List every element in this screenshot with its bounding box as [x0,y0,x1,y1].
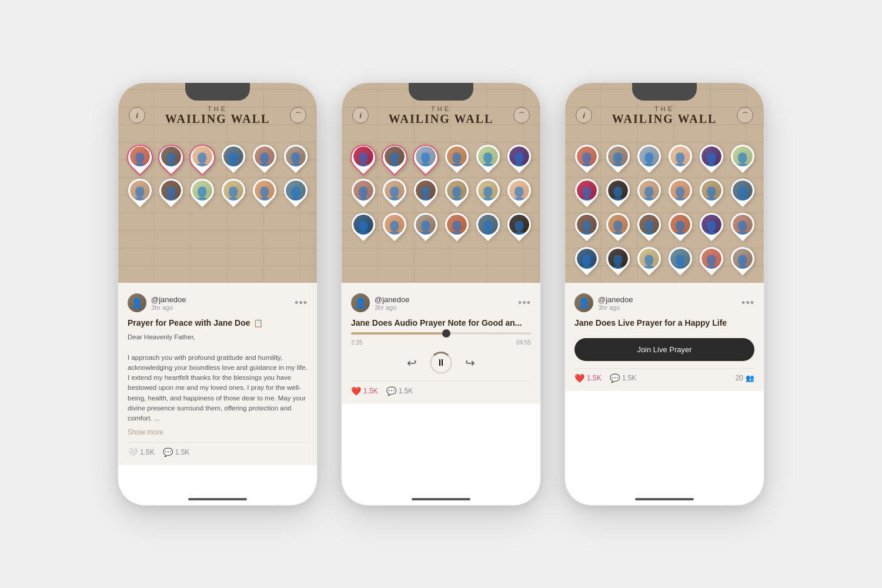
post-actions: 🤍 1.5K 💬 1.5K [128,447,308,457]
pin-avatar[interactable] [506,213,532,243]
divider [351,381,531,382]
pin-avatar[interactable] [220,179,246,209]
username[interactable]: @janedoe [151,295,186,304]
pin-avatar[interactable] [220,145,246,175]
more-options-button[interactable]: ••• [741,297,754,309]
username[interactable]: @janedoe [375,295,409,304]
pin-avatar[interactable] [475,213,501,243]
comment-button[interactable]: 💬 1.5K [163,447,190,457]
pin-avatar[interactable] [667,145,693,175]
pin-avatar[interactable] [605,179,631,209]
info-icon[interactable]: i [576,107,592,123]
pin-avatar[interactable] [636,145,662,175]
pin-avatar[interactable] [574,179,600,209]
pin-avatar[interactable] [252,179,278,209]
arch-icon[interactable]: ⌒ [290,107,306,123]
pin-avatar[interactable] [506,145,532,175]
post-actions: ❤️ 1.5K 💬 1.5K [351,386,531,396]
avatar-row-2 [571,179,758,209]
pin-avatar[interactable] [636,179,662,209]
wailing-wall-label: WAILING WALL [145,112,290,125]
like-button[interactable]: ❤️ 1.5K [574,373,602,383]
audio-controls: ↩ ⏸ ↪ [351,352,531,374]
avatar-row-2 [348,179,534,209]
pin-avatar[interactable] [350,179,376,209]
pin-avatar[interactable] [189,145,215,175]
pin-avatar[interactable] [475,145,501,175]
phone-live: i THE WAILING WALL ⌒ [564,82,764,506]
pin-avatar[interactable] [382,179,407,209]
avatars-grid [565,145,764,281]
content-section: 👤 @janedoe 3hr ago ••• Prayer for Peace … [118,283,317,465]
pin-avatar[interactable] [413,179,439,209]
pin-avatar[interactable] [444,179,470,209]
post-meta: @janedoe 3hr ago [598,295,633,311]
info-icon[interactable]: i [352,107,369,123]
show-more-button[interactable]: Show more [128,428,308,436]
content-section: 👤 @janedoe 3hr ago ••• Jane Does Live Pr… [565,283,764,391]
pin-avatar[interactable] [730,247,756,278]
pin-avatar[interactable] [350,145,376,175]
pin-avatar[interactable] [382,213,407,243]
arch-icon[interactable]: ⌒ [737,107,753,123]
pin-avatar[interactable] [158,145,184,175]
pin-avatar[interactable] [636,247,662,278]
join-live-prayer-button[interactable]: Join Live Prayer [574,338,754,361]
pin-avatar[interactable] [574,247,600,278]
username[interactable]: @janedoe [598,295,633,304]
pin-avatar[interactable] [699,145,724,175]
forward-button[interactable]: ↪ [465,356,475,370]
pin-avatar[interactable] [506,179,532,209]
pin-avatar[interactable] [574,145,600,175]
comment-button[interactable]: 💬 1.5K [610,373,637,383]
audio-track[interactable] [351,332,531,335]
rewind-button[interactable]: ↩ [407,356,417,370]
pin-avatar[interactable] [252,145,278,175]
pin-avatar[interactable] [730,213,756,243]
pin-avatar[interactable] [189,179,215,209]
more-options-button[interactable]: ••• [295,297,308,309]
phone-audio: i THE WAILING WALL ⌒ [341,82,541,506]
user-avatar[interactable]: 👤 [574,293,593,312]
user-avatar[interactable]: 👤 [351,293,370,312]
pin-avatar[interactable] [444,213,470,243]
like-button[interactable]: 🤍 1.5K [128,447,155,457]
pin-avatar[interactable] [605,213,631,243]
more-options-button[interactable]: ••• [518,297,531,309]
pin-avatar[interactable] [605,145,631,175]
phone-notch [632,83,697,101]
post-header-left: 👤 @janedoe 3hr ago [351,293,409,312]
pin-avatar[interactable] [730,179,756,209]
pin-avatar[interactable] [574,213,600,243]
pin-avatar[interactable] [413,145,439,175]
pin-avatar[interactable] [730,145,756,175]
pin-avatar[interactable] [444,145,470,175]
post-header-left: 👤 @janedoe 3hr ago [128,293,186,312]
pin-avatar[interactable] [127,145,153,175]
pin-avatar[interactable] [283,145,309,175]
pin-avatar[interactable] [667,247,693,278]
pin-avatar[interactable] [636,213,662,243]
user-avatar[interactable]: 👤 [128,293,146,312]
pin-avatar[interactable] [667,213,693,243]
pin-avatar[interactable] [283,179,309,209]
pin-avatar[interactable] [667,179,693,209]
comment-button[interactable]: 💬 1.5K [386,386,413,396]
arch-icon[interactable]: ⌒ [513,107,530,123]
pin-avatar[interactable] [413,213,439,243]
pin-avatar[interactable] [699,247,724,278]
pin-avatar[interactable] [158,179,184,209]
audio-knob[interactable] [442,329,450,338]
pin-avatar[interactable] [382,145,407,175]
pin-avatar[interactable] [699,179,724,209]
like-button[interactable]: ❤️ 1.5K [351,386,378,396]
pin-avatar[interactable] [605,247,631,278]
pin-avatar[interactable] [475,179,501,209]
audio-player[interactable]: 2:35 04:55 ↩ ⏸ ↪ [351,332,531,374]
avatars-grid [342,145,540,247]
play-pause-button[interactable]: ⏸ [430,352,452,374]
pin-avatar[interactable] [350,213,376,243]
pin-avatar[interactable] [699,213,724,243]
pin-avatar[interactable] [127,179,153,209]
info-icon[interactable]: i [129,107,145,123]
